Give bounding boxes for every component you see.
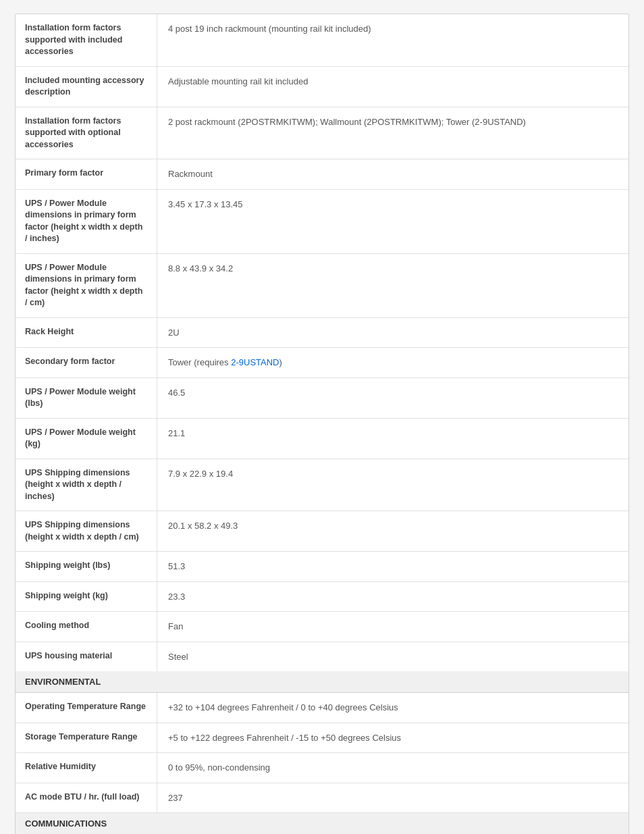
spec-value-ups-housing-material: Steel xyxy=(157,642,628,672)
spec-value-weight-lbs: 46.5 xyxy=(157,378,628,418)
spec-value-ups-dimensions-inches: 3.45 x 17.3 x 13.45 xyxy=(157,190,628,253)
spec-row-shipping-weight-lbs: Shipping weight (lbs)51.3 xyxy=(16,552,628,582)
spec-label-primary-form-factor: Primary form factor xyxy=(16,159,157,189)
section-header-communications: COMMUNICATIONS xyxy=(16,813,628,834)
spec-row-rack-height: Rack Height2U xyxy=(16,318,628,348)
spec-row-ups-dimensions-cm: UPS / Power Module dimensions in primary… xyxy=(16,254,628,318)
spec-row-shipping-dim-cm: UPS Shipping dimensions (height x width … xyxy=(16,511,628,552)
spec-value-shipping-dim-inches: 7.9 x 22.9 x 19.4 xyxy=(157,459,628,511)
spec-value-install-form-optional: 2 post rackmount (2POSTRMKITWM); Wallmou… xyxy=(157,107,628,159)
top-rows-group: Installation form factors supported with… xyxy=(16,14,628,671)
spec-row-relative-humidity: Relative Humidity0 to 95%, non-condensin… xyxy=(16,753,628,783)
spec-value-shipping-dim-cm: 20.1 x 58.2 x 49.3 xyxy=(157,511,628,551)
spec-label-operating-temp: Operating Temperature Range xyxy=(16,693,157,723)
section-header-environmental: ENVIRONMENTAL xyxy=(16,671,628,693)
spec-value-secondary-form-factor: Tower (requires 2-9USTAND) xyxy=(157,348,628,377)
spec-row-ac-btu: AC mode BTU / hr. (full load)237 xyxy=(16,783,628,814)
spec-label-secondary-form-factor: Secondary form factor xyxy=(16,348,157,377)
spec-row-shipping-dim-inches: UPS Shipping dimensions (height x width … xyxy=(16,459,628,512)
spec-value-included-mounting: Adjustable mounting rail kit included xyxy=(157,67,628,107)
spec-row-install-form-optional: Installation form factors supported with… xyxy=(16,107,628,160)
spec-value-relative-humidity: 0 to 95%, non-condensing xyxy=(157,753,628,783)
sections-container: ENVIRONMENTALOperating Temperature Range… xyxy=(16,671,628,834)
spec-row-cooling-method: Cooling methodFan xyxy=(16,612,628,642)
spec-label-shipping-weight-kg: Shipping weight (kg) xyxy=(16,582,157,612)
spec-label-shipping-weight-lbs: Shipping weight (lbs) xyxy=(16,552,157,581)
spec-value-operating-temp: +32 to +104 degrees Fahrenheit / 0 to +4… xyxy=(157,693,628,723)
spec-link-secondary-form-factor[interactable]: 2-9USTAND xyxy=(231,357,279,367)
spec-label-weight-lbs: UPS / Power Module weight (lbs) xyxy=(16,378,157,418)
spec-row-shipping-weight-kg: Shipping weight (kg)23.3 xyxy=(16,582,628,613)
spec-row-weight-lbs: UPS / Power Module weight (lbs)46.5 xyxy=(16,378,628,419)
spec-label-ups-dimensions-inches: UPS / Power Module dimensions in primary… xyxy=(16,190,157,253)
spec-label-relative-humidity: Relative Humidity xyxy=(16,753,157,783)
spec-label-ups-housing-material: UPS housing material xyxy=(16,642,157,672)
spec-label-ups-dimensions-cm: UPS / Power Module dimensions in primary… xyxy=(16,254,157,317)
spec-value-install-form-included: 4 post 19 inch rackmount (mounting rail … xyxy=(157,14,628,66)
spec-label-weight-kg: UPS / Power Module weight (kg) xyxy=(16,419,157,459)
spec-row-ups-dimensions-inches: UPS / Power Module dimensions in primary… xyxy=(16,190,628,254)
spec-label-cooling-method: Cooling method xyxy=(16,612,157,642)
spec-row-storage-temp: Storage Temperature Range+5 to +122 degr… xyxy=(16,723,628,754)
spec-row-weight-kg: UPS / Power Module weight (kg)21.1 xyxy=(16,419,628,459)
spec-row-operating-temp: Operating Temperature Range+32 to +104 d… xyxy=(16,693,628,723)
spec-label-rack-height: Rack Height xyxy=(16,318,157,348)
spec-label-shipping-dim-inches: UPS Shipping dimensions (height x width … xyxy=(16,459,157,511)
spec-row-included-mounting: Included mounting accessory descriptionA… xyxy=(16,67,628,107)
spec-value-ups-dimensions-cm: 8.8 x 43.9 x 34.2 xyxy=(157,254,628,317)
spec-value-storage-temp: +5 to +122 degrees Fahrenheit / -15 to +… xyxy=(157,723,628,753)
spec-label-install-form-included: Installation form factors supported with… xyxy=(16,14,157,66)
spec-value-weight-kg: 21.1 xyxy=(157,419,628,459)
spec-label-install-form-optional: Installation form factors supported with… xyxy=(16,107,157,159)
spec-value-rack-height: 2U xyxy=(157,318,628,348)
spec-value-cooling-method: Fan xyxy=(157,612,628,642)
spec-value-primary-form-factor: Rackmount xyxy=(157,159,628,189)
spec-row-primary-form-factor: Primary form factorRackmount xyxy=(16,159,628,190)
spec-row-ups-housing-material: UPS housing materialSteel xyxy=(16,642,628,672)
spec-label-storage-temp: Storage Temperature Range xyxy=(16,723,157,753)
spec-row-install-form-included: Installation form factors supported with… xyxy=(16,14,628,67)
spec-value-ac-btu: 237 xyxy=(157,783,628,813)
spec-label-shipping-dim-cm: UPS Shipping dimensions (height x width … xyxy=(16,511,157,551)
spec-value-shipping-weight-kg: 23.3 xyxy=(157,582,628,612)
spec-label-ac-btu: AC mode BTU / hr. (full load) xyxy=(16,783,157,813)
spec-value-shipping-weight-lbs: 51.3 xyxy=(157,552,628,581)
spec-label-included-mounting: Included mounting accessory description xyxy=(16,67,157,107)
spec-row-secondary-form-factor: Secondary form factorTower (requires 2-9… xyxy=(16,348,628,378)
spec-table: Installation form factors supported with… xyxy=(15,14,629,834)
